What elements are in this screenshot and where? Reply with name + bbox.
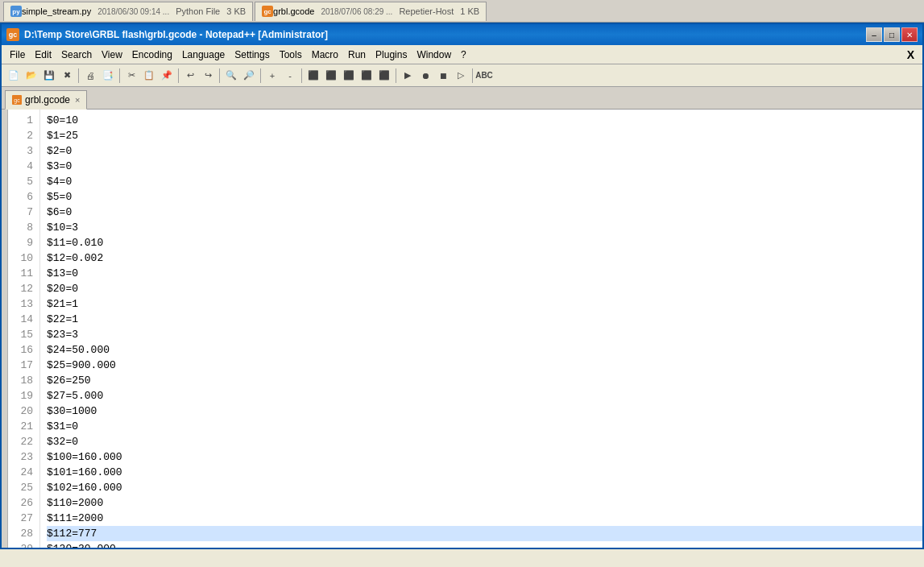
tb-indent[interactable]: ⬛	[341, 68, 357, 84]
line-number-13: 13	[15, 296, 33, 312]
code-line-26: $110=2000	[47, 495, 922, 511]
line-number-4: 4	[15, 159, 33, 174]
menu-language[interactable]: Language	[177, 48, 230, 62]
line-number-9: 9	[15, 235, 33, 250]
code-line-18: $26=250	[47, 373, 922, 388]
title-bar-controls: – □ ✕	[866, 27, 918, 42]
tb-wrap[interactable]: ⬛	[323, 68, 339, 84]
code-line-8: $10=3	[47, 220, 922, 235]
toolbar-sep-6	[301, 68, 302, 83]
toolbar-sep-4	[219, 68, 220, 83]
line-number-26: 26	[15, 495, 33, 511]
menu-view[interactable]: View	[97, 48, 127, 62]
line-number-2: 2	[15, 128, 33, 143]
taskbar: py simple_stream.py 2018/06/30 09:14 ...…	[0, 0, 924, 23]
taskbar-tab-py-date: 2018/06/30 09:14 ...	[97, 7, 169, 16]
taskbar-tab-gc-name: grbl.gcode	[273, 6, 314, 16]
line-number-3: 3	[15, 143, 33, 159]
close-button[interactable]: ✕	[901, 27, 918, 42]
line-number-10: 10	[15, 250, 33, 266]
file-tab-close[interactable]: ×	[75, 95, 80, 105]
menu-encoding[interactable]: Encoding	[127, 48, 177, 62]
tb-folding[interactable]: ⬛	[358, 68, 375, 84]
menu-settings[interactable]: Settings	[230, 48, 274, 62]
toolbar-sep-1	[78, 68, 79, 83]
menu-edit[interactable]: Edit	[30, 48, 56, 62]
tb-paste[interactable]: 📌	[159, 68, 175, 84]
tb-zoom-out[interactable]: -	[282, 68, 298, 84]
menu-file[interactable]: File	[5, 48, 30, 62]
tb-play-rec[interactable]: ▷	[453, 68, 469, 84]
line-number-6: 6	[15, 189, 33, 205]
editor: 1234567891011121314151617181920212223242…	[2, 110, 922, 548]
tb-stop-rec[interactable]: ⏹	[435, 68, 451, 84]
tb-start-rec[interactable]: ⏺	[417, 68, 433, 84]
menu-window[interactable]: Window	[412, 48, 456, 62]
code-line-28: $112=777	[47, 526, 922, 541]
code-line-29: $120=30.000	[47, 541, 922, 548]
tb-undo[interactable]: ↩	[182, 68, 198, 84]
line-number-24: 24	[15, 465, 33, 480]
tb-sync[interactable]: ⬛	[305, 68, 321, 84]
menu-bar: File Edit Search View Encoding Language …	[2, 45, 922, 64]
code-line-2: $1=25	[47, 128, 922, 143]
line-number-27: 27	[15, 511, 33, 526]
tb-save[interactable]: 💾	[41, 68, 57, 84]
tb-cut[interactable]: ✂	[123, 68, 139, 84]
code-line-1: $0=10	[47, 113, 922, 128]
tb-new[interactable]: 📄	[6, 68, 22, 84]
tb-spell[interactable]: ABC	[476, 68, 492, 84]
line-number-17: 17	[15, 358, 33, 373]
file-tab-name: grbl.gcode	[25, 94, 70, 106]
line-number-16: 16	[15, 342, 33, 358]
tb-open[interactable]: 📂	[23, 68, 39, 84]
tb-print2[interactable]: 📑	[100, 68, 116, 84]
taskbar-tab-gc-size: 1 KB	[460, 6, 479, 16]
tb-redo[interactable]: ↪	[200, 68, 216, 84]
minimize-button[interactable]: –	[866, 27, 882, 42]
code-line-20: $30=1000	[47, 404, 922, 419]
tb-zoom-in[interactable]: +	[264, 68, 280, 84]
menu-tools[interactable]: Tools	[275, 48, 307, 62]
tb-find[interactable]: 🔍	[223, 68, 239, 84]
tb-close[interactable]: ✖	[59, 68, 75, 84]
code-area[interactable]: $0=10$1=25$2=0$3=0$4=0$5=0$6=0$10=3$11=0…	[40, 110, 922, 548]
code-line-11: $13=0	[47, 266, 922, 281]
tb-bookmarks[interactable]: ⬛	[376, 68, 392, 84]
taskbar-tab-gc[interactable]: gc grbl.gcode 2018/07/06 08:29 ... Repet…	[255, 2, 487, 21]
code-line-19: $27=5.000	[47, 388, 922, 404]
main-window: gc D:\Temp Store\GRBL flash\grbl.gcode -…	[0, 23, 924, 549]
menu-macro[interactable]: Macro	[307, 48, 343, 62]
toolbar-sep-7	[396, 68, 396, 83]
taskbar-tab-py[interactable]: py simple_stream.py 2018/06/30 09:14 ...…	[3, 2, 253, 21]
tb-print[interactable]: 🖨	[82, 68, 98, 84]
menu-close[interactable]: X	[902, 48, 919, 61]
taskbar-tab-py-size: 3 KB	[226, 6, 246, 16]
file-tab-gc-icon: gc	[12, 95, 22, 105]
tb-run-macro[interactable]: ▶	[400, 68, 416, 84]
tb-replace[interactable]: 🔎	[241, 68, 257, 84]
code-line-16: $24=50.000	[47, 342, 922, 358]
line-number-23: 23	[15, 449, 33, 465]
code-line-10: $12=0.002	[47, 250, 922, 266]
menu-run[interactable]: Run	[343, 48, 371, 62]
code-line-17: $25=900.000	[47, 358, 922, 373]
toolbar: 📄 📂 💾 ✖ 🖨 📑 ✂ 📋 📌 ↩ ↪ 🔍 🔎 + - ⬛ ⬛ ⬛ ⬛ ⬛ …	[2, 64, 922, 87]
menu-help[interactable]: ?	[456, 48, 471, 62]
code-line-5: $4=0	[47, 174, 922, 189]
line-number-5: 5	[15, 174, 33, 189]
taskbar-tab-gc-type: Repetier-Host	[399, 6, 454, 16]
file-tab-grbl[interactable]: gc grbl.gcode ×	[5, 90, 87, 110]
line-numbers: 1234567891011121314151617181920212223242…	[8, 110, 40, 548]
line-number-1: 1	[15, 113, 33, 128]
maximize-button[interactable]: □	[884, 27, 900, 42]
tb-copy[interactable]: 📋	[141, 68, 157, 84]
code-line-14: $22=1	[47, 312, 922, 327]
line-number-11: 11	[15, 266, 33, 281]
menu-search[interactable]: Search	[56, 48, 97, 62]
code-line-6: $5=0	[47, 189, 922, 205]
gc-icon: gc	[262, 6, 273, 17]
code-line-12: $20=0	[47, 281, 922, 296]
menu-plugins[interactable]: Plugins	[371, 48, 412, 62]
code-line-4: $3=0	[47, 159, 922, 174]
